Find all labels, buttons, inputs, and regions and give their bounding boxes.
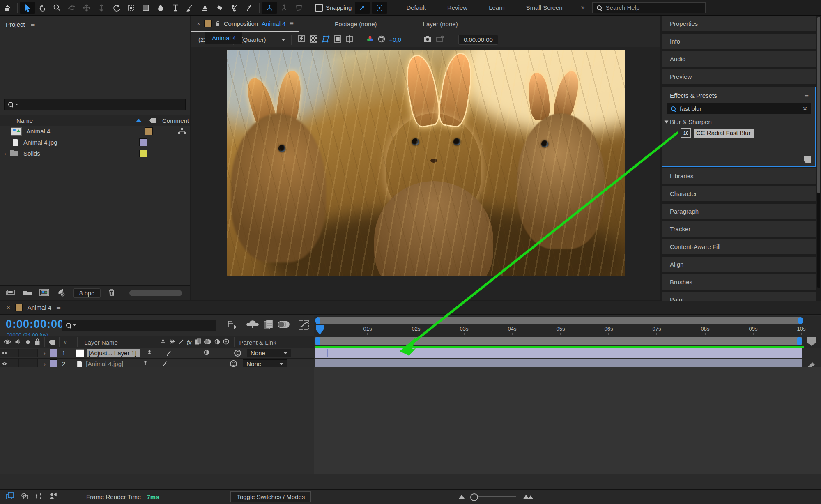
layer-audio-cell[interactable] (9, 349, 19, 357)
solo-icon[interactable] (25, 339, 30, 346)
expand-layer-switches-icon[interactable] (6, 492, 15, 502)
time-ruler[interactable]: 0s 01s 02s 03s 04s 05s 06s 07s 08s 09s 1… (314, 324, 821, 336)
workspace-tab-small-screen[interactable]: Small Screen (515, 4, 573, 11)
snapshot-icon[interactable] (423, 35, 432, 44)
pan-camera-tool[interactable] (79, 2, 94, 14)
project-row-animal4[interactable]: Animal 4 (0, 126, 190, 137)
panel-menu-icon[interactable]: ≡ (804, 91, 809, 100)
effects-category-row[interactable]: Blur & Sharpen (662, 115, 815, 127)
resolution-dropdown[interactable]: (Quarter) (241, 36, 286, 43)
transparency-grid-icon[interactable] (310, 35, 318, 44)
snapping-checkbox[interactable] (315, 4, 323, 12)
motion-blur-icon[interactable] (278, 320, 291, 331)
scrollbar-cap[interactable] (315, 317, 320, 324)
render-time-pane-icon[interactable] (48, 492, 57, 502)
audio-speaker-icon[interactable] (15, 338, 21, 346)
panel-menu-icon[interactable]: ≡ (31, 20, 35, 29)
color-depth-button[interactable]: 8 bpc (73, 288, 101, 298)
exposure-value[interactable]: +0,0 (389, 36, 401, 43)
column-number[interactable]: # (64, 339, 67, 345)
work-area-end-handle[interactable] (797, 337, 802, 345)
effects-search-input[interactable]: fast blur × (667, 103, 811, 114)
trash-icon[interactable] (108, 288, 115, 298)
orbit-camera-tool[interactable] (64, 2, 79, 14)
new-folder-icon[interactable] (23, 289, 32, 297)
column-parent-link[interactable]: Parent & Link (239, 339, 276, 346)
label-swatch[interactable] (139, 138, 147, 146)
selection-tool[interactable] (20, 2, 35, 14)
layer-shy-toggle[interactable] (146, 349, 153, 357)
comp-label-swatch[interactable] (204, 20, 212, 27)
layer-quality-toggle[interactable] (167, 350, 171, 356)
unlock-icon[interactable] (215, 21, 220, 27)
expander-chevron[interactable]: › (4, 150, 6, 157)
layer-name[interactable]: [Animal 4.jpg] (86, 360, 123, 367)
show-snapshot-icon[interactable] (435, 35, 444, 44)
workspace-tab-default[interactable]: Default (396, 4, 437, 11)
local-axis-mode[interactable] (262, 2, 277, 14)
rotation-tool[interactable] (109, 2, 124, 14)
timeline-horizontal-scrollbar[interactable] (315, 317, 803, 324)
zoom-slider-knob[interactable] (470, 493, 478, 501)
panel-content-aware-fill[interactable]: Content-Aware Fill (662, 239, 816, 255)
snap-beyond-edges-icon[interactable] (372, 2, 387, 14)
adjustment-layer-icon[interactable] (214, 339, 220, 346)
hand-tool[interactable] (35, 2, 50, 14)
frame-blending-icon[interactable] (263, 320, 275, 331)
layer-eye-icon[interactable] (0, 349, 9, 357)
video-eye-icon[interactable] (3, 339, 11, 346)
horizontal-scrollbar[interactable] (129, 290, 182, 296)
zoom-slider-track[interactable] (471, 496, 516, 497)
zoom-tool[interactable] (50, 2, 64, 14)
layer-bar-1[interactable] (315, 348, 802, 358)
parent-pickwhip-icon[interactable] (230, 360, 237, 367)
expand-transfer-controls-icon[interactable] (21, 492, 29, 502)
workspace-tab-review[interactable]: Review (437, 4, 478, 11)
brush-tool[interactable] (183, 2, 198, 14)
column-name[interactable]: Name (16, 117, 33, 124)
label-column-icon[interactable] (149, 118, 156, 123)
layer-name-selected[interactable]: [Adjust... Layer 1] (87, 349, 140, 357)
pen-tool[interactable] (153, 2, 168, 14)
panel-align[interactable]: Align (662, 257, 816, 273)
graph-editor-icon[interactable] (298, 320, 310, 331)
composition-canvas[interactable] (227, 50, 625, 276)
column-comment[interactable]: Comment (162, 117, 189, 124)
dolly-camera-tool[interactable] (94, 2, 109, 14)
effects-presets-title[interactable]: Effects & Presets (670, 92, 717, 99)
playhead-handle[interactable] (315, 324, 324, 335)
home-icon[interactable] (0, 2, 15, 14)
flowchart-icon[interactable] (177, 128, 186, 135)
tab-composition[interactable]: × Composition Animal 4 ≡ (191, 16, 299, 32)
frame-blend-icon[interactable] (195, 338, 201, 346)
workspace-tab-learn[interactable]: Learn (478, 4, 515, 11)
label-swatch[interactable] (139, 150, 147, 157)
collapse-transformations-icon[interactable] (169, 338, 175, 346)
panel-libraries[interactable]: Libraries (662, 168, 816, 185)
tab-footage[interactable]: Footage (none) (324, 21, 388, 28)
new-composition-icon[interactable] (39, 289, 49, 297)
layer-expander[interactable]: › (44, 360, 46, 367)
timeline-empty-right[interactable] (314, 367, 821, 474)
interpret-footage-icon[interactable] (6, 289, 16, 297)
shy-icon[interactable] (160, 338, 166, 346)
scrollbar-cap[interactable] (798, 317, 803, 324)
timeline-search-input[interactable] (62, 320, 216, 331)
expand-in-out-icon[interactable] (34, 492, 43, 502)
zoom-out-icon[interactable] (459, 495, 465, 499)
draft-3d-icon[interactable] (246, 320, 259, 331)
search-options-chevron[interactable] (16, 104, 18, 105)
panel-audio[interactable]: Audio (662, 51, 816, 68)
composition-mini-flowchart-icon[interactable] (227, 320, 238, 331)
close-icon[interactable]: × (197, 20, 200, 27)
tab-layer[interactable]: Layer (none) (412, 21, 469, 28)
comp-subtab[interactable]: Animal 4 (205, 32, 242, 44)
label-column-icon[interactable] (49, 340, 55, 345)
channel-icon[interactable] (366, 35, 374, 44)
column-layer-name[interactable]: Layer Name (84, 339, 118, 346)
panel-menu-icon[interactable]: ≡ (56, 303, 61, 312)
view-axis-mode[interactable] (292, 2, 306, 14)
panel-scrollbar-thumb[interactable] (817, 17, 820, 193)
project-row-solids[interactable]: › Solids (0, 148, 190, 159)
panel-info[interactable]: Info (662, 34, 816, 50)
